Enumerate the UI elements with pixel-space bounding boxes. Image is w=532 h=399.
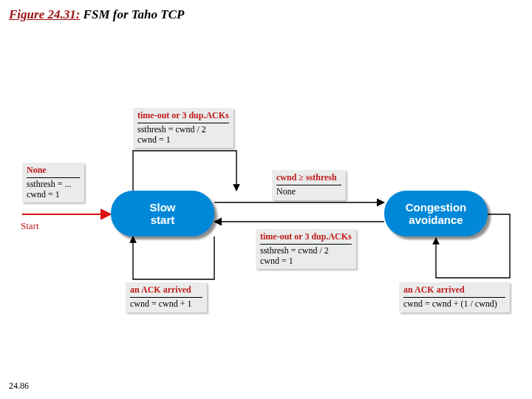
transition-ss-timeout-act0: ssthresh = cwnd / 2 <box>137 125 229 135</box>
page-number: 24.86 <box>9 381 29 392</box>
transition-ca-to-ss-act1: cwnd = 1 <box>260 256 352 267</box>
fsm-diagram: Slowstart Congestionavoidance Start None… <box>22 111 525 355</box>
transition-ca-to-ss: time-out or 3 dup.ACKs ssthresh = cwnd /… <box>256 229 356 269</box>
transition-ca-ack: an ACK arrived cwnd = cwnd + (1 / cwnd) <box>399 282 510 313</box>
start-label: Start <box>21 220 39 232</box>
transition-ss-to-ca: cwnd ≥ ssthresh None <box>272 170 346 200</box>
state-slow-start: Slowstart <box>111 191 214 236</box>
transition-ca-to-ss-cond: time-out or 3 dup.ACKs <box>260 232 352 245</box>
transition-init-act0: ssthresh = ... <box>27 180 80 190</box>
slide: Figure 24.31: FSM for Taho TCP <box>0 0 532 399</box>
transition-ss-timeout: time-out or 3 dup.ACKs ssthresh = cwnd /… <box>133 108 233 148</box>
transition-ss-timeout-act1: cwnd = 1 <box>137 135 229 146</box>
figure-number: Figure 24.31: <box>9 7 80 21</box>
transition-init-act1: cwnd = 1 <box>27 190 80 200</box>
transition-init: None ssthresh = ... cwnd = 1 <box>22 163 84 202</box>
transition-ss-to-ca-cond: cwnd ≥ ssthresh <box>276 173 341 185</box>
transition-ca-ack-act0: cwnd = cwnd + (1 / cwnd) <box>403 299 505 310</box>
transition-ca-to-ss-act0: ssthresh = cwnd / 2 <box>260 246 352 256</box>
transition-ca-ack-cond: an ACK arrived <box>403 285 505 298</box>
transition-ss-to-ca-act0: None <box>276 187 341 197</box>
figure-caption: FSM for Taho TCP <box>80 7 184 21</box>
state-congestion-avoidance-label: Congestionavoidance <box>406 201 467 226</box>
figure-title: Figure 24.31: FSM for Taho TCP <box>9 7 184 22</box>
transition-ss-ack-cond: an ACK arrived <box>130 285 202 298</box>
transition-ss-ack-act0: cwnd = cwnd + 1 <box>130 299 202 310</box>
state-congestion-avoidance: Congestionavoidance <box>384 191 488 236</box>
transition-ss-timeout-cond: time-out or 3 dup.ACKs <box>137 111 229 123</box>
state-slow-start-label: Slowstart <box>149 201 175 226</box>
transition-ss-ack: an ACK arrived cwnd = cwnd + 1 <box>126 282 207 313</box>
transition-init-cond: None <box>27 166 80 178</box>
